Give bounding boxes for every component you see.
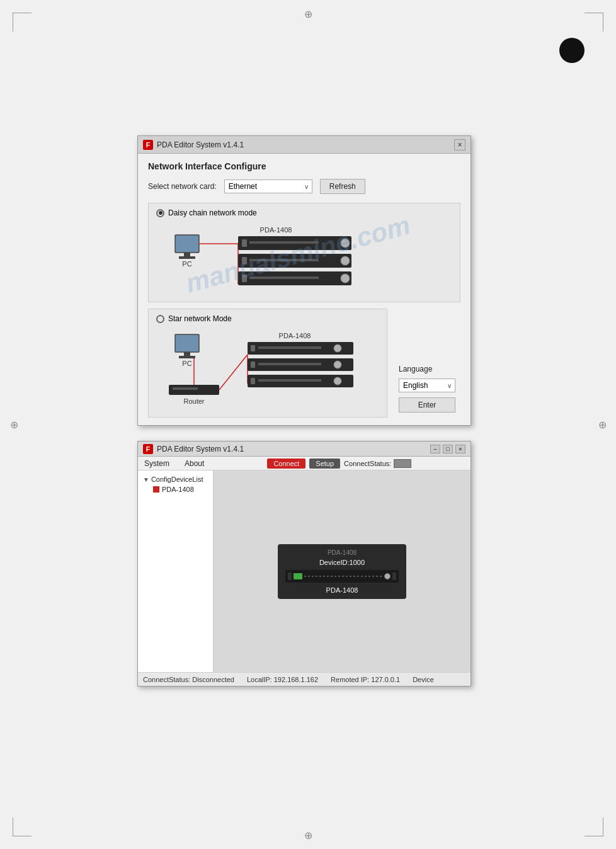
close-button2[interactable]: × [455, 445, 465, 453]
svg-rect-2 [179, 256, 195, 259]
svg-rect-15 [249, 259, 319, 261]
svg-text:PDA-1408: PDA-1408 [260, 226, 292, 234]
refresh-button[interactable]: Refresh [320, 179, 365, 194]
status-device: Device [413, 676, 434, 683]
daisy-chain-diagram: PC PDA-1408 [156, 222, 396, 295]
network-card-label: Select network card: [148, 182, 217, 191]
tree-root-label: ConfigDeviceList [151, 476, 203, 483]
svg-rect-14 [242, 257, 247, 265]
language-select[interactable]: English [399, 379, 455, 392]
crosshair-right: ⊕ [596, 418, 608, 431]
network-select-row: Select network card: Ethernet Refresh [148, 179, 460, 194]
network-card-select-wrapper[interactable]: Ethernet [224, 179, 312, 193]
main-display-area: PDA-1408 DeviceID:1000 PDA-1408 [214, 470, 471, 672]
star-network-label: Star network Mode [168, 314, 232, 323]
tree-arrow: ▼ [143, 476, 149, 483]
connect-button[interactable]: Connect [267, 459, 305, 469]
crosshair-bottom: ⊕ [302, 829, 314, 841]
corner-mark-br [585, 818, 603, 836]
svg-rect-18 [242, 275, 247, 282]
language-panel: Language English Enter [394, 309, 460, 418]
win2-titlebar-left: F PDA Editor System v1.4.1 [143, 444, 244, 454]
svg-point-12 [341, 239, 350, 248]
titlebar-left: F PDA Editor System v1.4.1 [143, 140, 244, 150]
daisy-chain-section: Daisy chain network mode PC PDA-1408 [148, 203, 460, 302]
daisy-chain-radio[interactable] [156, 209, 164, 217]
statusbar: ConnectStatus: Disconnected LocalIP: 192… [138, 672, 471, 686]
svg-rect-38 [251, 362, 255, 368]
svg-rect-1 [184, 253, 190, 256]
app-icon: F [143, 140, 153, 150]
crosshair-top: ⊕ [302, 8, 314, 20]
star-network-radio[interactable] [156, 315, 164, 323]
svg-point-16 [341, 256, 350, 265]
corner-mark-tr [585, 13, 603, 31]
corner-mark-bl [13, 818, 31, 836]
status-remote-ip: Remoted IP: 127.0.0.1 [331, 676, 400, 683]
language-select-wrapper[interactable]: English [399, 379, 455, 392]
device-card-name: PDA-1408 [285, 586, 399, 594]
device-tree-sidebar: ▼ ConfigDeviceList PDA-1408 [138, 470, 214, 672]
close-button[interactable]: × [454, 139, 465, 151]
svg-line-30 [219, 355, 248, 390]
connect-status-display: ConnectStatus: [344, 459, 411, 468]
window2-titlebar: F PDA Editor System v1.4.1 – □ × [138, 442, 471, 457]
enter-button[interactable]: Enter [399, 397, 455, 413]
svg-text:PC: PC [182, 360, 191, 367]
minimize-button[interactable]: – [430, 445, 440, 453]
daisy-chain-label: Daisy chain network mode [168, 208, 257, 217]
network-card-select[interactable]: Ethernet [224, 179, 312, 193]
crosshair-left: ⊕ [8, 418, 20, 431]
menu-about[interactable]: About [182, 458, 207, 469]
svg-rect-11 [249, 241, 319, 244]
card-led [294, 573, 302, 579]
svg-text:Router: Router [183, 397, 204, 405]
daisy-chain-radio-label[interactable]: Daisy chain network mode [156, 208, 452, 217]
tree-child-item[interactable]: PDA-1408 [140, 484, 210, 494]
star-network-radio-label[interactable]: Star network Mode [156, 314, 379, 323]
device-card: PDA-1408 DeviceID:1000 PDA-1408 [278, 544, 406, 599]
section-heading: Network Interface Configure [148, 161, 460, 171]
svg-rect-42 [251, 378, 255, 384]
corner-mark-tl [13, 13, 31, 31]
tree-root-item: ▼ ConfigDeviceList [140, 474, 210, 484]
network-configure-window: F PDA Editor System v1.4.1 × Network Int… [137, 135, 471, 426]
pda-editor-main-window: F PDA Editor System v1.4.1 – □ × System … [137, 441, 471, 687]
svg-text:PDA-1408: PDA-1408 [279, 332, 311, 339]
device-card-bar [285, 570, 399, 583]
svg-rect-26 [173, 387, 198, 390]
connect-status-label: ConnectStatus: [344, 460, 391, 467]
svg-point-36 [334, 345, 341, 352]
status-indicator-box [394, 459, 411, 468]
app-icon2: F [143, 444, 153, 454]
menubar: System About Connect Setup ConnectStatus… [138, 457, 471, 470]
svg-rect-43 [258, 379, 321, 382]
setup-button[interactable]: Setup [309, 459, 340, 469]
window1-body: Network Interface Configure Select netwo… [138, 154, 471, 425]
window2-title: PDA Editor System v1.4.1 [157, 445, 244, 453]
svg-rect-19 [249, 276, 319, 279]
status-connect: ConnectStatus: Disconnected [143, 676, 234, 683]
svg-rect-22 [184, 352, 190, 356]
card-bar-right [392, 573, 396, 580]
svg-point-20 [341, 274, 350, 283]
device-card-title: PDA-1408 [285, 549, 399, 556]
svg-rect-39 [258, 363, 321, 365]
svg-rect-21 [175, 334, 199, 352]
star-network-section: Star network Mode PC Router PDA-1408 [148, 309, 387, 418]
language-label: Language [399, 365, 455, 373]
star-network-diagram: PC Router PDA-1408 [156, 328, 364, 410]
svg-rect-35 [258, 346, 321, 349]
restore-button[interactable]: □ [443, 445, 453, 453]
svg-text:PC: PC [182, 260, 191, 268]
main-content: ▼ ConfigDeviceList PDA-1408 PDA-1408 Dev… [138, 470, 471, 672]
device-icon [153, 486, 159, 493]
svg-rect-0 [175, 235, 199, 253]
svg-point-44 [334, 377, 341, 385]
card-bar-left [288, 573, 292, 580]
menu-system[interactable]: System [142, 458, 172, 469]
card-port [384, 573, 391, 579]
black-circle-decoration [559, 38, 585, 63]
card-dots [304, 576, 382, 577]
star-section-row: Star network Mode PC Router PDA-1408 [148, 309, 460, 418]
